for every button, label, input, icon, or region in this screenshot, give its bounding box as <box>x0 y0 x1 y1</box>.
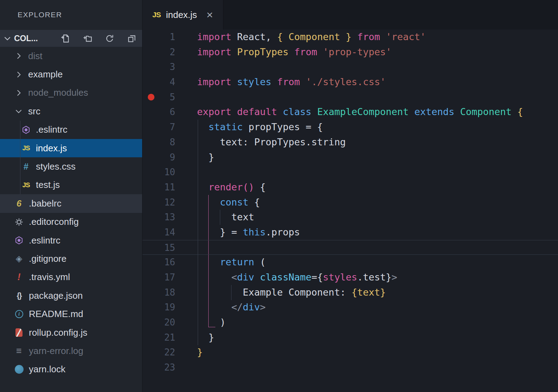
tree-file-rollup.config.js[interactable]: rollup.config.js <box>0 323 142 342</box>
line-number[interactable]: 22 <box>142 345 175 360</box>
tree-file-yarn.lock[interactable]: yarn.lock <box>0 360 142 379</box>
refresh-icon[interactable] <box>105 34 114 43</box>
tree-file-.travis.yml[interactable]: !.travis.yml <box>0 268 142 286</box>
code-line-8[interactable]: 8 text: PropTypes.string <box>142 135 558 150</box>
code-text: text: PropTypes.string <box>197 135 346 150</box>
js-file-icon: JS <box>152 11 161 19</box>
tree-folder-node_modules[interactable]: node_modules <box>0 84 142 102</box>
code-line-22[interactable]: 22} <box>142 345 558 360</box>
line-number[interactable]: 7 <box>142 120 175 135</box>
code-line-18[interactable]: 18 Example Component: {text} <box>142 285 558 300</box>
code-text: } <box>197 345 203 360</box>
tree-file-.gitignore[interactable]: ◈.gitignore <box>0 249 142 268</box>
code-text: } <box>197 150 214 165</box>
code-line-16[interactable]: 16 return ( <box>142 255 558 270</box>
code-text: Example Component: {text} <box>197 285 386 300</box>
code-line-14[interactable]: 14 } = this.props <box>142 225 558 240</box>
explorer-actions <box>61 34 137 43</box>
code-line-1[interactable]: 1import React, { Component } from 'react… <box>142 30 558 45</box>
tree-file-package.json[interactable]: {}package.json <box>0 286 142 305</box>
tree-file-.eslintrc[interactable]: .eslintrc <box>0 121 142 139</box>
file-label: .eslintrc <box>36 124 68 135</box>
line-number[interactable]: 21 <box>142 330 175 345</box>
tree-file-index.js[interactable]: JSindex.js <box>0 139 142 157</box>
file-label: example <box>28 69 63 80</box>
tree-file-yarn-error.log[interactable]: ≡yarn-error.log <box>0 342 142 360</box>
chevron-right-icon[interactable] <box>14 51 23 61</box>
rollup-icon <box>13 327 25 338</box>
explorer-sidebar: EXPLORER COL... distexamplenode_moduless… <box>0 0 142 392</box>
code-line-20[interactable]: 20 ) <box>142 315 558 330</box>
chevron-right-icon[interactable] <box>14 88 23 97</box>
code-editor[interactable]: 1import React, { Component } from 'react… <box>142 30 558 392</box>
file-label: package.json <box>29 290 83 301</box>
explorer-section-header[interactable]: COL... <box>0 30 142 47</box>
line-number[interactable]: 1 <box>142 30 175 45</box>
tree-folder-dist[interactable]: dist <box>0 47 142 65</box>
code-text: import PropTypes from 'prop-types' <box>197 45 392 60</box>
tree-file-test.js[interactable]: JStest.js <box>0 176 142 194</box>
code-line-10[interactable]: 10 <box>142 165 558 180</box>
line-number[interactable]: 20 <box>142 315 175 330</box>
travis-icon: ! <box>13 272 25 283</box>
chevron-down-icon <box>3 34 13 43</box>
file-label: dist <box>28 51 42 62</box>
line-number[interactable]: 19 <box>142 300 175 315</box>
line-number[interactable]: 9 <box>142 150 175 165</box>
code-line-15[interactable]: 15 <box>142 240 558 255</box>
new-folder-icon[interactable] <box>83 34 92 43</box>
line-number[interactable]: 17 <box>142 270 175 285</box>
line-number[interactable]: 4 <box>142 75 175 90</box>
tree-folder-example[interactable]: example <box>0 65 142 83</box>
code-line-17[interactable]: 17 <div className={styles.test}> <box>142 270 558 285</box>
tree-file-.editorconfig[interactable]: .editorconfig <box>0 213 142 231</box>
code-text: export default class ExampleComponent ex… <box>197 105 523 120</box>
line-number[interactable]: 3 <box>142 59 175 75</box>
new-file-icon[interactable] <box>61 34 70 43</box>
code-line-3[interactable]: 3 <box>142 59 558 75</box>
eslint-icon <box>20 124 32 135</box>
line-number[interactable]: 10 <box>142 165 175 180</box>
line-number[interactable]: 11 <box>142 180 175 195</box>
code-line-21[interactable]: 21 } <box>142 330 558 345</box>
code-line-5[interactable]: 5 <box>142 90 558 105</box>
file-label: test.js <box>36 179 60 190</box>
line-number[interactable]: 16 <box>142 255 175 270</box>
line-number[interactable]: 12 <box>142 195 175 210</box>
code-line-9[interactable]: 9 } <box>142 150 558 165</box>
eslint-icon <box>13 235 25 246</box>
line-number[interactable]: 6 <box>142 105 175 120</box>
code-line-19[interactable]: 19 </div> <box>142 300 558 315</box>
code-line-6[interactable]: 6export default class ExampleComponent e… <box>142 105 558 120</box>
chevron-down-icon[interactable] <box>14 107 23 116</box>
breakpoint-icon[interactable] <box>148 94 154 101</box>
line-number[interactable]: 8 <box>142 135 175 150</box>
tree-folder-src[interactable]: src <box>0 102 142 120</box>
line-number[interactable]: 15 <box>142 240 175 255</box>
code-line-13[interactable]: 13 text <box>142 210 558 225</box>
tree-file-styles.css[interactable]: #styles.css <box>0 157 142 176</box>
tree-file-.eslintrc[interactable]: .eslintrc <box>0 231 142 249</box>
line-number[interactable]: 5 <box>142 90 175 105</box>
tree-file-README.md[interactable]: iREADME.md <box>0 305 142 323</box>
line-number[interactable]: 14 <box>142 225 175 240</box>
tree-file-.babelrc[interactable]: 6.babelrc <box>0 194 142 213</box>
tab-index-js[interactable]: JS index.js × <box>142 0 223 30</box>
code-line-7[interactable]: 7 static propTypes = { <box>142 120 558 135</box>
collapse-folders-icon[interactable] <box>127 34 137 43</box>
line-number[interactable]: 18 <box>142 285 175 300</box>
close-icon[interactable]: × <box>207 9 213 20</box>
file-label: yarn.lock <box>29 364 65 375</box>
line-number[interactable]: 2 <box>142 45 175 60</box>
file-label: .gitignore <box>29 253 66 264</box>
code-line-2[interactable]: 2import PropTypes from 'prop-types' <box>142 45 558 60</box>
yarn-icon <box>13 364 25 375</box>
code-text: return ( <box>197 255 266 270</box>
line-number[interactable]: 13 <box>142 210 175 225</box>
code-line-4[interactable]: 4import styles from './styles.css' <box>142 75 558 90</box>
line-number[interactable]: 23 <box>142 360 175 375</box>
code-line-23[interactable]: 23 <box>142 360 558 375</box>
chevron-right-icon[interactable] <box>14 70 23 79</box>
code-line-12[interactable]: 12 const { <box>142 195 558 210</box>
code-line-11[interactable]: 11 render() { <box>142 180 558 195</box>
